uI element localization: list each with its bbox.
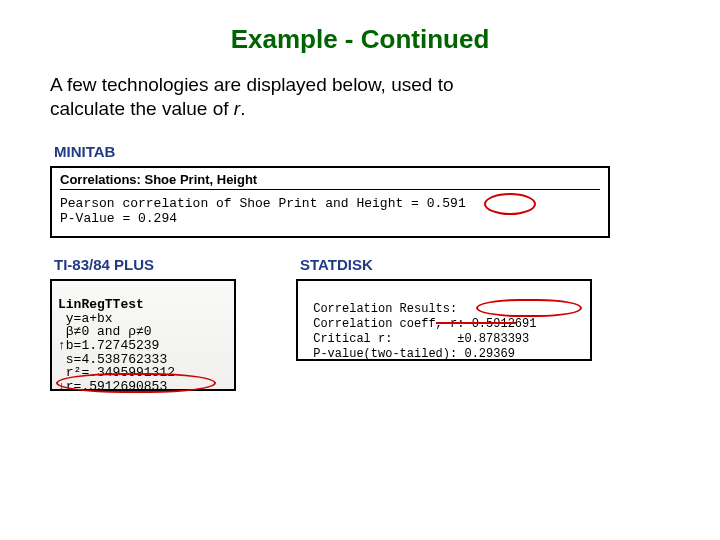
minitab-pearson-val: 0.591	[427, 196, 466, 211]
statdisk-line-3: Critical r: ±0.8783393	[306, 332, 529, 346]
ti-line-7: ↓r=.5912690853	[58, 379, 167, 394]
statdisk-section: STATDISK Correlation Results: Correlatio…	[296, 256, 592, 361]
statdisk-line-2-val: r: 0.5912691	[450, 317, 536, 331]
circle-annotation-icon	[476, 299, 582, 317]
ti-output-box: LinRegTTest y=a+bx β≠0 and ρ≠0 ↑b=1.7274…	[50, 279, 236, 391]
statdisk-output-box: Correlation Results: Correlation coeff, …	[296, 279, 592, 361]
statdisk-line-2: Correlation coeff, r: 0.5912691	[306, 317, 536, 331]
minitab-rule	[60, 189, 600, 190]
minitab-pearson-line: Pearson correlation of Shoe Print and He…	[60, 196, 600, 211]
minitab-header: Correlations: Shoe Print, Height	[60, 172, 600, 187]
intro-text: A few technologies are displayed below, …	[50, 73, 670, 121]
statdisk-line-1: Correlation Results:	[306, 302, 457, 316]
minitab-output-box: Correlations: Shoe Print, Height Pearson…	[50, 166, 610, 238]
intro-line-2: calculate the value of	[50, 98, 234, 119]
minitab-section: MINITAB Correlations: Shoe Print, Height…	[50, 143, 620, 238]
page-title: Example - Continued	[50, 24, 670, 55]
minitab-pearson-pre: Pearson correlation of Shoe Print and He…	[60, 196, 427, 211]
statdisk-line-4: P-value(two-tailed): 0.29369	[306, 347, 515, 361]
statdisk-label: STATDISK	[300, 256, 592, 273]
figure-panel: MINITAB Correlations: Shoe Print, Height…	[50, 143, 620, 391]
ti-label: TI-83/84 PLUS	[54, 256, 236, 273]
minitab-label: MINITAB	[54, 143, 620, 160]
statdisk-line-2-pre: Correlation coeff,	[306, 317, 450, 331]
ti-section: TI-83/84 PLUS LinRegTTest y=a+bx β≠0 and…	[50, 256, 236, 391]
intro-period: .	[240, 98, 245, 119]
minitab-pvalue-line: P-Value = 0.294	[60, 211, 600, 226]
intro-line-1: A few technologies are displayed below, …	[50, 74, 454, 95]
